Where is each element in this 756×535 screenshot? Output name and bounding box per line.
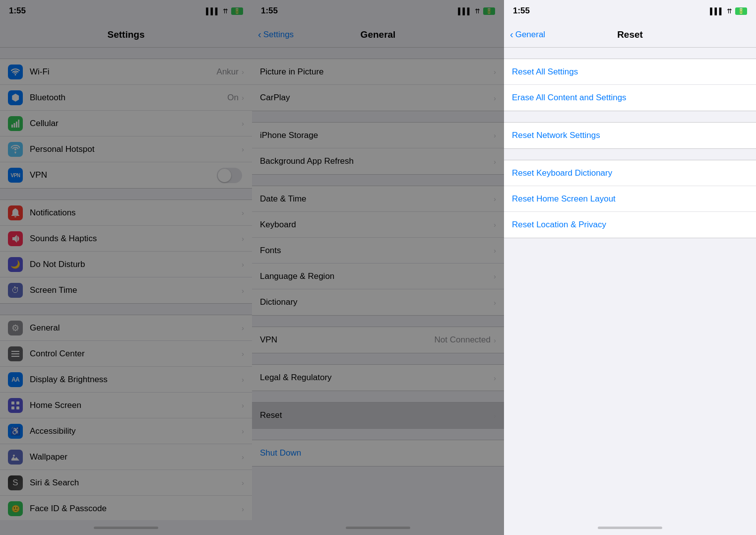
svg-rect-0: [11, 125, 13, 128]
back-chevron-p2: ‹: [258, 29, 261, 40]
general-list[interactable]: Picture in Picture › CarPlay › iPhone St…: [252, 48, 504, 520]
home-bar-p2: [346, 527, 410, 529]
home-indicator-p1: [0, 520, 252, 535]
reset-row-location[interactable]: Reset Location & Privacy: [504, 212, 756, 238]
wifi-icon-p1: ⇈: [223, 7, 228, 15]
nav-bar-p2: ‹ Settings General: [252, 22, 504, 48]
general-row-carplay[interactable]: CarPlay ›: [252, 85, 504, 111]
vpn2-label: VPN: [260, 335, 435, 345]
battery-icon-p3: 🔋: [735, 7, 747, 15]
settings-row-hotspot[interactable]: Personal Hotspot ›: [0, 136, 252, 162]
general-row-keyboard[interactable]: Keyboard ›: [252, 212, 504, 238]
keyboard-chevron: ›: [494, 220, 496, 229]
storage-group: iPhone Storage › Background App Refresh …: [252, 122, 504, 175]
settings-row-vpn[interactable]: VPN VPN: [0, 162, 252, 188]
reset-row-keyboard[interactable]: Reset Keyboard Dictionary: [504, 160, 756, 186]
bgrefresh-chevron: ›: [494, 157, 496, 166]
carplay-label: CarPlay: [260, 93, 494, 103]
sounds-label: Sounds & Haptics: [30, 234, 242, 244]
settings-row-homescreen[interactable]: Home Screen ›: [0, 393, 252, 418]
wifi-icon: [8, 65, 23, 79]
wifi-chevron: ›: [242, 67, 244, 76]
general-row-fonts[interactable]: Fonts ›: [252, 238, 504, 264]
general-row-shutdown[interactable]: Shut Down: [252, 440, 504, 466]
datetime-label: Date & Time: [260, 194, 494, 204]
homescreen-icon: [8, 398, 23, 413]
screentime-icon: ⏱: [8, 283, 23, 298]
general-row-dictionary[interactable]: Dictionary ›: [252, 289, 504, 315]
reset-row-eraseall[interactable]: Erase All Content and Settings: [504, 85, 756, 111]
svg-rect-2: [16, 122, 17, 128]
general-row-datetime[interactable]: Date & Time ›: [252, 186, 504, 212]
status-time-p3: 1:55: [513, 6, 530, 16]
settings-row-screentime[interactable]: ⏱ Screen Time ›: [0, 277, 252, 303]
wifi-icon-p2: ⇈: [475, 7, 480, 15]
general-row-bgrefresh[interactable]: Background App Refresh ›: [252, 148, 504, 174]
accessibility-chevron: ›: [242, 427, 244, 435]
vpn-toggle[interactable]: [217, 168, 242, 183]
general-row-storage[interactable]: iPhone Storage ›: [252, 123, 504, 148]
control-chevron: ›: [242, 349, 244, 358]
datetime-group: Date & Time › Keyboard › Fonts › Languag…: [252, 186, 504, 316]
keyboard-label: Keyboard: [260, 220, 494, 230]
settings-row-sounds[interactable]: Sounds & Haptics ›: [0, 226, 252, 252]
settings-row-cellular[interactable]: Cellular ›: [0, 111, 252, 136]
g3-spacer3: [504, 149, 756, 160]
network-group: Wi-Fi Ankur › ⬢ Bluetooth On › Cellular …: [0, 59, 252, 189]
reset-group: Reset ›: [252, 402, 504, 429]
g3-spacer2: [504, 111, 756, 122]
control-icon: [8, 346, 23, 361]
general-row-legal[interactable]: Legal & Regulatory ›: [252, 365, 504, 391]
fonts-label: Fonts: [260, 246, 494, 256]
vpn2-chevron: ›: [494, 336, 496, 344]
settings-list[interactable]: Wi-Fi Ankur › ⬢ Bluetooth On › Cellular …: [0, 48, 252, 520]
settings-row-control[interactable]: Control Center ›: [0, 341, 252, 367]
nav-bar-p3: ‹ General Reset: [504, 22, 756, 48]
wallpaper-label: Wallpaper: [30, 452, 242, 462]
display-icon: AA: [8, 372, 23, 387]
svg-point-12: [13, 455, 15, 457]
language-chevron: ›: [494, 272, 496, 280]
settings-row-wallpaper[interactable]: Wallpaper ›: [0, 444, 252, 470]
svg-rect-11: [16, 406, 19, 409]
settings-row-faceid[interactable]: 🙂 Face ID & Passcode ›: [0, 496, 252, 520]
reset-list[interactable]: Reset All Settings Erase All Content and…: [504, 48, 756, 520]
settings-row-notifications[interactable]: Notifications ›: [0, 200, 252, 226]
resetkeyboard-label: Reset Keyboard Dictionary: [512, 168, 748, 178]
svg-rect-6: [11, 353, 19, 354]
hotspot-label: Personal Hotspot: [30, 144, 242, 154]
storage-label: iPhone Storage: [260, 131, 494, 140]
back-label-p2: Settings: [263, 30, 294, 40]
back-to-general[interactable]: ‹ General: [510, 29, 545, 40]
settings-row-dnd[interactable]: 🌙 Do Not Disturb ›: [0, 252, 252, 277]
status-icons-p1: ▌▌▌ ⇈ 🔋: [206, 7, 243, 15]
reset-all-group: Reset All Settings Erase All Content and…: [504, 59, 756, 111]
home-bar-p1: [94, 527, 158, 529]
settings-row-general[interactable]: ⚙ General ›: [0, 315, 252, 341]
eraseall-label: Erase All Content and Settings: [512, 93, 748, 103]
general-row-language[interactable]: Language & Region ›: [252, 264, 504, 289]
general-row-reset[interactable]: Reset ›: [252, 402, 504, 428]
general-row-vpn[interactable]: VPN Not Connected ›: [252, 327, 504, 353]
battery-icon-p2: 🔋: [483, 7, 495, 15]
notifications-icon: [8, 205, 23, 220]
reset-row-network[interactable]: Reset Network Settings: [504, 123, 756, 148]
back-to-settings[interactable]: ‹ Settings: [258, 29, 294, 40]
hotspot-icon: [8, 142, 23, 157]
settings-row-display[interactable]: AA Display & Brightness ›: [0, 367, 252, 393]
settings-row-accessibility[interactable]: ♿ Accessibility ›: [0, 418, 252, 444]
g2-spacer-bottom: [252, 467, 504, 477]
svg-rect-3: [18, 120, 20, 128]
settings-row-bluetooth[interactable]: ⬢ Bluetooth On ›: [0, 85, 252, 111]
wifi-icon-p3: ⇈: [727, 7, 732, 15]
reset-row-resetall[interactable]: Reset All Settings: [504, 59, 756, 85]
storage-chevron: ›: [494, 131, 496, 139]
legal-chevron: ›: [494, 374, 496, 382]
settings-row-wifi[interactable]: Wi-Fi Ankur ›: [0, 59, 252, 85]
settings-row-siri[interactable]: S Siri & Search ›: [0, 470, 252, 496]
home-indicator-p3: [504, 520, 756, 535]
dnd-chevron: ›: [242, 260, 244, 268]
dnd-label: Do Not Disturb: [30, 260, 242, 269]
reset-row-homescreen[interactable]: Reset Home Screen Layout: [504, 186, 756, 212]
general-row-pip[interactable]: Picture in Picture ›: [252, 59, 504, 85]
